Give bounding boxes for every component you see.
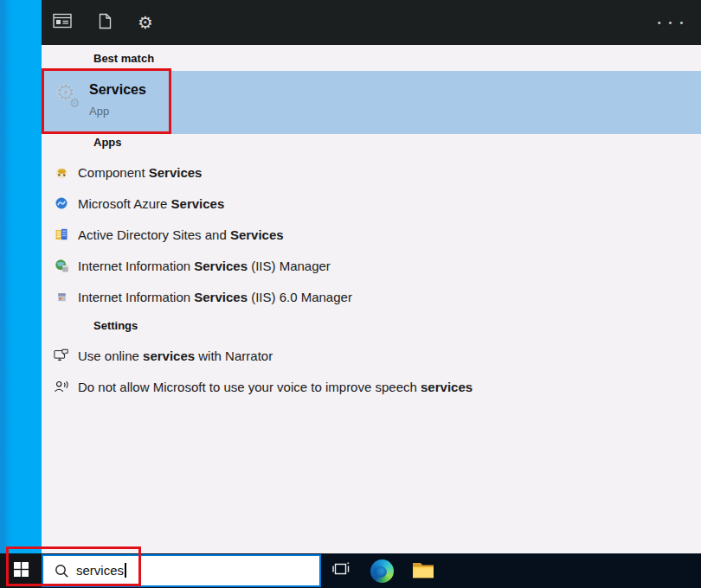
taskbar-search-input[interactable]: services [42,554,321,587]
result-text: Internet Information Services (IIS) Mana… [78,259,331,273]
best-match-result-services[interactable]: ⚙ ⚙ Services App [42,71,701,134]
start-button[interactable] [0,553,42,588]
result-use-online-services-narrator[interactable]: Use online services with Narrator [42,340,701,371]
apps-filter-icon [53,13,72,32]
result-text: Do not allow Microsoft to use your voice… [78,380,473,394]
search-input-value: services [76,563,126,578]
result-component-services[interactable]: Component Services [42,157,701,188]
active-directory-icon [54,227,69,242]
result-text: Microsoft Azure Services [78,196,224,211]
taskbar: services [0,553,701,588]
narrator-monitor-icon [54,348,69,363]
settings-section-header: Settings [93,319,138,332]
ellipsis-icon: • • • [658,17,686,28]
result-text: Component Services [78,165,202,180]
search-filter-bar: ⚙ • • • [42,0,701,45]
speech-privacy-icon [54,379,69,394]
result-text: Internet Information Services (IIS) 6.0 … [78,290,352,304]
text-caret [125,563,126,578]
result-microsoft-azure-services[interactable]: Microsoft Azure Services [42,188,701,219]
task-view-icon [331,561,350,580]
result-iis-manager[interactable]: Internet Information Services (IIS) Mana… [42,250,701,281]
component-services-icon [54,164,69,180]
apps-filter-button[interactable] [47,0,78,45]
settings-gear-icon: ⚙ [138,14,153,31]
windows-search-screen: ⚙ • • • Best match Apps Settings ⚙ ⚙ Ser… [0,0,701,588]
edge-browser-button[interactable] [363,553,401,588]
documents-filter-button[interactable] [89,0,120,45]
result-speech-privacy[interactable]: Do not allow Microsoft to use your voice… [42,371,701,402]
more-options-button[interactable]: • • • [654,0,689,45]
best-match-title: Services [89,82,146,98]
search-icon [54,563,69,582]
documents-filter-icon [99,13,112,33]
folder-icon [412,560,434,582]
desktop-background-left [0,0,42,553]
file-explorer-button[interactable] [403,553,443,588]
settings-filter-button[interactable]: ⚙ [130,0,161,45]
result-active-directory-sites-services[interactable]: Active Directory Sites and Services [42,219,701,250]
edge-icon [370,559,394,583]
services-gears-icon: ⚙ ⚙ [55,80,85,114]
iis-6-manager-icon [54,289,69,304]
azure-services-icon [54,195,69,211]
best-match-subtitle: App [89,105,109,118]
iis-manager-icon [54,258,69,273]
result-iis-6-manager[interactable]: Internet Information Services (IIS) 6.0 … [42,281,701,312]
result-text: Use online services with Narrator [78,348,273,363]
task-view-button[interactable] [323,553,359,588]
result-text: Active Directory Sites and Services [78,227,284,242]
apps-section-header: Apps [93,136,122,149]
windows-logo-icon [14,562,29,580]
best-match-header: Best match [93,52,154,65]
